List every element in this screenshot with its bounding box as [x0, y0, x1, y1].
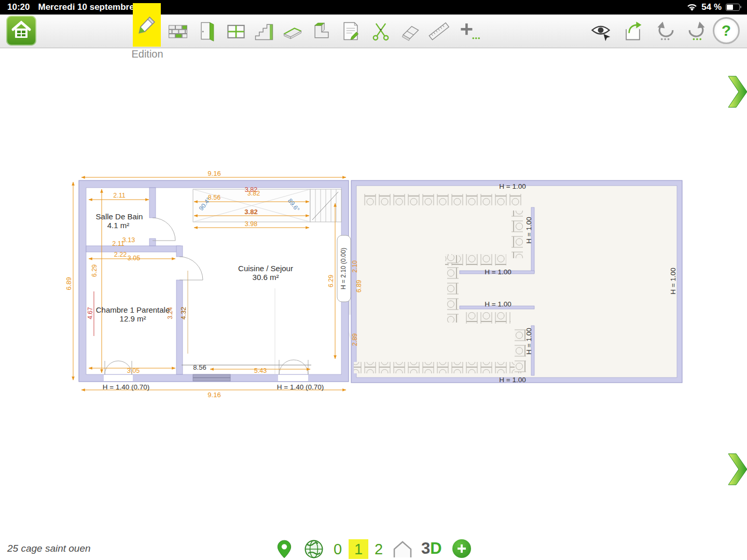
redo-icon: [684, 20, 709, 43]
wifi-icon: [687, 3, 697, 11]
terrace-building[interactable]: [351, 180, 682, 383]
tool-edition-button[interactable]: [133, 3, 161, 47]
share-icon: [621, 20, 645, 43]
tool-slab-button[interactable]: [278, 16, 307, 46]
room-bedroom-name: Chambre 1 Parentale: [96, 305, 170, 314]
height-right-opening: H = 2.10 (0.00): [340, 248, 347, 289]
height-terrace-top: H = 1.00: [499, 183, 525, 190]
help-label: ?: [722, 22, 731, 39]
add-floor-button[interactable]: [452, 539, 471, 558]
plus-icon: [457, 543, 467, 554]
height-door-right: H = 1.40 (0.70): [277, 383, 324, 391]
view-mode-button[interactable]: [586, 16, 615, 46]
dim-bath-bottom: 2.11: [112, 240, 124, 247]
house-logo-icon: [11, 20, 32, 41]
tool-eraser-button[interactable]: [395, 16, 424, 46]
column-icon: [310, 20, 333, 43]
balustrade-col-b: [515, 329, 526, 372]
floor-button-1[interactable]: 1: [348, 539, 369, 559]
dim-bed-bottom: 3.05: [127, 367, 140, 374]
eraser-icon: [398, 20, 422, 43]
wall-icon: [166, 20, 190, 43]
help-button[interactable]: ?: [713, 17, 740, 44]
height-terrace-bottom: H = 1.00: [499, 376, 525, 384]
room-bath-area: 4.1 m²: [107, 221, 130, 230]
dim-hall-a: 2.22: [114, 251, 127, 258]
height-terrace-col-b: H = 1.00: [525, 328, 533, 354]
height-terrace-mid-b: H = 1.00: [485, 300, 511, 308]
tool-wall-button[interactable]: [163, 16, 192, 46]
balustrade-col-left: [447, 255, 459, 323]
dim-bottom-width: 9.16: [208, 391, 220, 399]
pan-right-arrow-bottom[interactable]: [728, 453, 747, 486]
tool-ruler-button[interactable]: [424, 16, 453, 46]
roof-icon[interactable]: [393, 540, 412, 558]
tool-stairs-button[interactable]: [250, 16, 279, 46]
dim-right-b: 6.89: [355, 280, 363, 292]
slab-icon: [281, 20, 305, 43]
date: Mercredi 10 septembre: [38, 2, 134, 12]
tool-column-button[interactable]: [307, 16, 336, 46]
ruler-icon: [427, 20, 451, 43]
dim-closet-c: 3.82: [244, 208, 257, 216]
dim-left-height: 6.89: [65, 277, 73, 290]
room-living-name: Cuisine / Sejour: [238, 264, 293, 273]
main-building[interactable]: [79, 180, 351, 382]
edition-tool-label: Edition: [123, 48, 171, 60]
battery-icon: [726, 4, 740, 11]
floor-plan[interactable]: ERA IMMOBILIER: [0, 48, 747, 538]
scissors-icon: [369, 20, 392, 43]
balustrade-mid2: [466, 312, 510, 324]
dim-closet-b: 3.82: [247, 190, 260, 197]
view-3d-button[interactable]: 3D: [421, 539, 446, 558]
tool-add-button[interactable]: [454, 16, 483, 46]
eye-icon: [589, 20, 613, 43]
tool-window-button[interactable]: [222, 16, 251, 46]
height-door-left: H = 1.40 (0.70): [103, 383, 149, 391]
tool-cut-button[interactable]: [366, 16, 395, 46]
tool-notes-button[interactable]: [336, 16, 365, 46]
undo-button[interactable]: [652, 16, 681, 46]
globe-icon[interactable]: [304, 539, 324, 559]
project-name: 25 cage saint ouen: [7, 543, 91, 554]
dim-right-c: 2.89: [351, 333, 358, 346]
dim-bed-v2: 4.32: [180, 307, 187, 319]
toolbar: ?: [0, 15, 747, 48]
location-pin-icon[interactable]: [276, 539, 292, 559]
pan-right-arrow-top[interactable]: [728, 75, 747, 108]
height-terrace-right: H = 1.00: [669, 268, 677, 294]
door-icon: [196, 20, 218, 43]
share-button[interactable]: [618, 16, 647, 46]
floor-button-0[interactable]: 0: [327, 539, 348, 559]
plan-canvas[interactable]: ERA IMMOBILIER: [0, 48, 747, 538]
dim-hall-b: 3.05: [128, 255, 140, 262]
view-3d-char-d: D: [430, 539, 441, 557]
dim-left-red: 4.67: [87, 307, 94, 319]
balustrade-col-a: [511, 211, 523, 258]
balustrade-top: [363, 194, 523, 205]
dim-right-a: 2.10: [351, 260, 358, 273]
dim-inner-left: 6.29: [91, 264, 98, 277]
tool-door-button[interactable]: [192, 16, 222, 46]
undo-icon: [654, 20, 679, 43]
height-terrace-col-a: H = 1.00: [525, 217, 533, 243]
bottom-bar: 25 cage saint ouen 0 1 2 3D: [0, 538, 747, 560]
dim-closet-d: 3.98: [245, 220, 257, 228]
window-icon: [225, 20, 247, 43]
dim-top-width: 9.16: [208, 170, 220, 177]
stairs-icon: [252, 20, 276, 43]
pencil-icon: [135, 13, 158, 36]
floor-button-2[interactable]: 2: [368, 539, 389, 559]
dim-bottom-mid: 8.56: [193, 363, 206, 371]
dim-bed-v1: 3.24: [167, 307, 174, 319]
room-bath-name: Salle De Bain: [96, 212, 143, 221]
view-3d-char-3: 3: [421, 539, 430, 557]
clock: 10:20: [7, 2, 30, 12]
status-bar: 10:20 Mercredi 10 septembre 54 %: [0, 0, 747, 15]
app-home-button[interactable]: [6, 16, 36, 46]
dim-bath-top: 2.11: [113, 192, 125, 199]
height-terrace-mid-a: H = 1.00: [485, 268, 511, 276]
redo-button[interactable]: [682, 16, 711, 46]
room-living-area: 30.6 m²: [253, 273, 279, 282]
balustrade-bottom: [354, 362, 522, 373]
